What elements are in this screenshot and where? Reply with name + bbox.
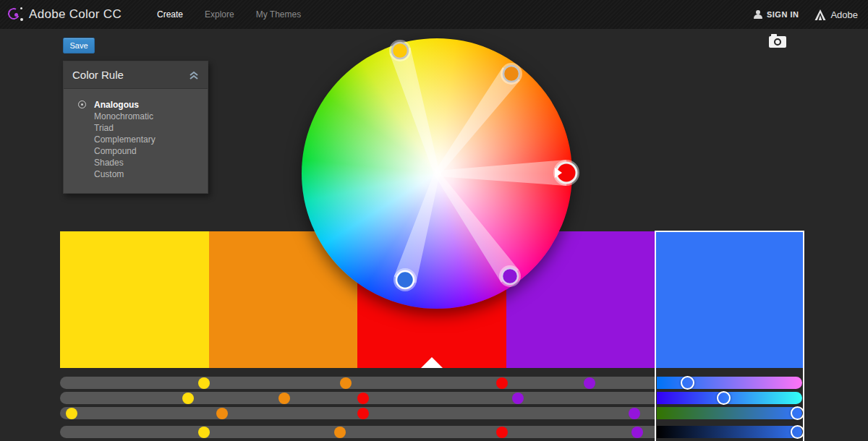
slider-handle-blue-b[interactable]	[791, 406, 804, 420]
rule-option-label: Triad	[94, 123, 114, 133]
gradient-slider-b[interactable]	[657, 407, 802, 419]
slider-track-r[interactable]	[60, 377, 655, 389]
slider-dot-red-g[interactable]	[357, 393, 369, 404]
slider-dot-purple-r[interactable]	[584, 377, 595, 389]
top-right-actions: SIGN IN Adobe	[754, 9, 858, 20]
slider-dot-orange-b[interactable]	[216, 408, 228, 419]
slider-dot-purple-g[interactable]	[512, 393, 524, 404]
rule-option-complementary[interactable]: Complementary	[64, 134, 208, 145]
slider-dot-yellow-brightness[interactable]	[198, 427, 210, 438]
rule-option-custom[interactable]: Custom	[64, 168, 208, 180]
rule-option-label: Analogous	[94, 100, 139, 110]
rule-option-label: Compound	[94, 146, 137, 156]
nav-item-create[interactable]: Create	[146, 0, 194, 29]
color-rule-panel: Color Rule AnalogousMonochromaticTriadCo…	[63, 61, 208, 194]
color-cc-logo-icon	[7, 7, 23, 22]
rule-option-label: Shades	[94, 158, 124, 168]
rule-option-analogous[interactable]: Analogous	[64, 99, 208, 111]
slider-dot-orange-r[interactable]	[340, 377, 352, 389]
wheel-marker-orange[interactable]	[503, 66, 519, 82]
slider-dot-yellow-r[interactable]	[198, 377, 210, 389]
color-wheel[interactable]	[302, 38, 572, 309]
adobe-logo-icon	[814, 9, 826, 20]
slider-dot-purple-brightness[interactable]	[631, 427, 643, 438]
color-rule-title: Color Rule	[72, 69, 189, 81]
double-chevron-up-icon[interactable]	[189, 70, 199, 80]
slider-dot-yellow-b[interactable]	[66, 408, 77, 419]
brand-link[interactable]: Adobe Color CC	[7, 7, 122, 22]
adobe-color-app: Adobe Color CC CreateExploreMy Themes SI…	[0, 0, 868, 441]
slider-dot-purple-b[interactable]	[629, 408, 640, 419]
base-color-indicator	[421, 357, 443, 368]
nav-item-explore[interactable]: Explore	[194, 0, 245, 29]
slider-dot-yellow-g[interactable]	[182, 393, 194, 404]
color-rule-list: AnalogousMonochromaticTriadComplementary…	[64, 89, 208, 193]
adobe-label: Adobe	[830, 9, 858, 20]
save-button[interactable]: Save	[63, 38, 95, 53]
swatch-yellow[interactable]	[60, 231, 209, 368]
slider-handle-blue-r[interactable]	[681, 376, 694, 390]
color-rule-header[interactable]: Color Rule	[64, 61, 208, 89]
slider-dot-orange-brightness[interactable]	[334, 427, 346, 438]
nav-item-my-themes[interactable]: My Themes	[245, 0, 312, 29]
rule-option-triad[interactable]: Triad	[64, 122, 208, 134]
main-nav: CreateExploreMy Themes	[146, 0, 312, 29]
slider-dot-red-r[interactable]	[496, 377, 508, 389]
top-bar: Adobe Color CC CreateExploreMy Themes SI…	[0, 0, 868, 29]
gradient-slider-brightness[interactable]	[657, 426, 802, 438]
wheel-marker-yellow[interactable]	[392, 43, 408, 59]
person-icon	[754, 10, 762, 19]
rule-option-shades[interactable]: Shades	[64, 157, 208, 168]
rule-option-label: Custom	[94, 169, 124, 179]
wheel-marker-purple[interactable]	[502, 268, 518, 284]
slider-dot-red-b[interactable]	[357, 408, 369, 419]
slider-handle-blue-g[interactable]	[717, 391, 731, 405]
sign-in-button[interactable]: SIGN IN	[754, 10, 799, 19]
rule-option-label: Complementary	[94, 134, 156, 145]
app-title: Adobe Color CC	[29, 7, 122, 22]
rule-option-monochromatic[interactable]: Monochromatic	[64, 111, 208, 122]
slider-dot-orange-g[interactable]	[278, 393, 290, 404]
adobe-link[interactable]: Adobe	[814, 9, 858, 20]
wheel-marker-red-base[interactable]	[556, 163, 576, 183]
rule-option-label: Monochromatic	[94, 111, 153, 121]
wheel-marker-blue[interactable]	[396, 271, 414, 288]
radio-selected-icon	[78, 100, 86, 108]
sign-in-label: SIGN IN	[767, 10, 799, 19]
slider-track-brightness[interactable]	[60, 426, 655, 438]
slider-dot-red-brightness[interactable]	[496, 427, 508, 438]
slider-handle-blue-brightness[interactable]	[791, 425, 804, 439]
gradient-slider-r[interactable]	[657, 377, 802, 389]
rule-option-compound[interactable]: Compound	[64, 145, 208, 157]
camera-button[interactable]	[769, 34, 788, 48]
swatch-blue[interactable]	[655, 231, 804, 368]
